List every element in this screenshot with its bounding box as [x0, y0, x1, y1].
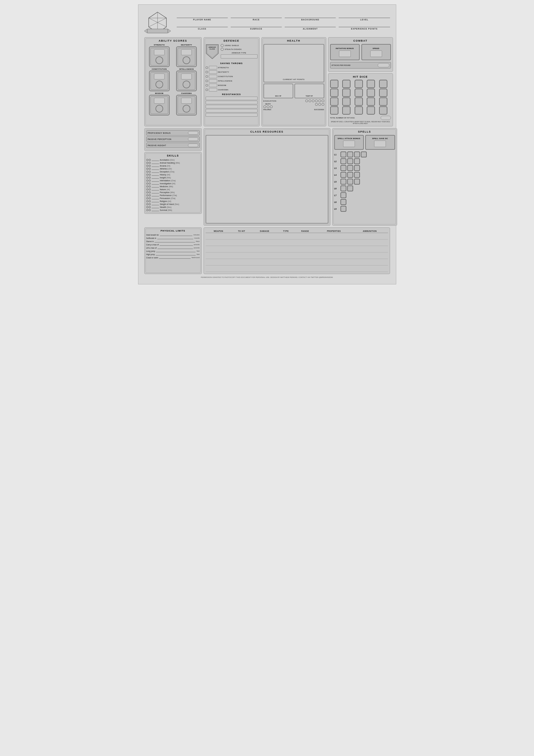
- skill-dot-prof-3[interactable]: [149, 168, 151, 170]
- skill-dot-exp-17[interactable]: [146, 209, 148, 211]
- skill-line-1[interactable]: [152, 162, 159, 164]
- hd-total-input[interactable]: [381, 116, 391, 120]
- temp-hp-box[interactable]: TEMP HP: [294, 84, 324, 98]
- pl-line-2[interactable]: [155, 240, 195, 242]
- weapon-cell-2-4[interactable]: [294, 246, 316, 253]
- resistance-5[interactable]: [206, 113, 258, 117]
- save-prof-1[interactable]: [206, 71, 208, 73]
- weapon-cell-5-0[interactable]: [206, 265, 232, 272]
- weapon-cell-0-6[interactable]: [352, 233, 388, 239]
- weapon-cell-1-6[interactable]: [352, 239, 388, 246]
- skill-line-10[interactable]: [152, 188, 159, 190]
- save-prof-3[interactable]: [206, 80, 208, 82]
- intelligence-mod[interactable]: [183, 81, 190, 88]
- bonus-oval-0[interactable]: [188, 131, 198, 135]
- save-box-0[interactable]: [209, 66, 217, 69]
- skill-line-17[interactable]: [152, 209, 159, 211]
- skill-line-6[interactable]: [152, 176, 159, 179]
- spell-slot-L4-0[interactable]: [341, 172, 346, 178]
- skill-line-14[interactable]: [152, 200, 159, 202]
- spell-save-input[interactable]: [374, 141, 386, 147]
- hit-die-0[interactable]: [330, 80, 338, 88]
- hit-die-16[interactable]: [342, 106, 350, 115]
- weapon-cell-3-4[interactable]: [294, 253, 316, 259]
- bonus-oval-1[interactable]: [188, 137, 198, 141]
- dexterity-mod[interactable]: [183, 56, 190, 64]
- experience-field[interactable]: EXPERIENCE POINTS: [339, 22, 390, 30]
- weapon-cell-0-1[interactable]: [231, 233, 252, 239]
- success-dot-2[interactable]: [318, 103, 321, 106]
- weapon-cell-4-3[interactable]: [277, 259, 294, 265]
- weapon-cell-5-5[interactable]: [316, 265, 352, 272]
- intelligence-score[interactable]: [181, 73, 192, 79]
- skill-dot-prof-15[interactable]: [149, 203, 151, 205]
- skill-line-0[interactable]: [152, 159, 159, 161]
- skill-dot-prof-14[interactable]: [149, 200, 151, 202]
- weapon-cell-1-1[interactable]: [231, 239, 252, 246]
- armour-type-input[interactable]: [221, 54, 258, 59]
- save-prof-2[interactable]: [206, 75, 208, 78]
- skill-dot-prof-5[interactable]: [149, 174, 151, 176]
- hit-die-12[interactable]: [355, 97, 363, 106]
- skill-line-15[interactable]: [152, 203, 159, 205]
- save-prof-5[interactable]: [206, 89, 208, 91]
- weapon-cell-0-3[interactable]: [277, 233, 294, 239]
- skill-dot-prof-17[interactable]: [149, 209, 151, 211]
- weapon-cell-5-3[interactable]: [277, 265, 294, 272]
- subrace-field[interactable]: SUBRACE: [231, 22, 282, 30]
- speed-input[interactable]: [370, 50, 382, 57]
- spell-slot-L1-2[interactable]: [354, 151, 360, 157]
- skill-dot-prof-0[interactable]: [149, 159, 151, 161]
- weapon-cell-0-4[interactable]: [294, 233, 316, 239]
- constitution-score[interactable]: [154, 73, 165, 79]
- weapon-cell-2-2[interactable]: [252, 246, 277, 253]
- initiative-input[interactable]: [339, 50, 351, 57]
- spell-slot-L4-2[interactable]: [354, 172, 360, 178]
- weapon-cell-4-5[interactable]: [316, 259, 352, 265]
- weapon-cell-3-2[interactable]: [252, 253, 277, 259]
- hit-die-4[interactable]: [379, 80, 387, 88]
- skill-dot-prof-2[interactable]: [149, 165, 151, 167]
- save-box-5[interactable]: [209, 88, 217, 92]
- skill-dot-exp-3[interactable]: [146, 168, 148, 170]
- weapon-cell-1-5[interactable]: [316, 239, 352, 246]
- success-dot-1[interactable]: [315, 103, 318, 106]
- charisma-mod[interactable]: [183, 105, 190, 113]
- skill-line-2[interactable]: [152, 165, 159, 167]
- skill-dot-prof-13[interactable]: [149, 197, 151, 199]
- constitution-mod[interactable]: [156, 81, 163, 88]
- charisma-score[interactable]: [181, 98, 192, 104]
- weapon-cell-2-1[interactable]: [231, 246, 252, 253]
- skill-line-16[interactable]: [152, 206, 159, 208]
- save-box-4[interactable]: [209, 84, 217, 87]
- spell-slot-L4-1[interactable]: [347, 172, 353, 178]
- spell-slot-L1-0[interactable]: [341, 151, 346, 157]
- weapon-cell-0-0[interactable]: [206, 233, 232, 239]
- player-name-field[interactable]: PLAYER NAME: [177, 13, 228, 21]
- hit-die-13[interactable]: [367, 97, 375, 106]
- weapon-cell-3-1[interactable]: [231, 253, 252, 259]
- skill-dot-exp-4[interactable]: [146, 171, 148, 173]
- skill-dot-prof-10[interactable]: [149, 188, 151, 190]
- hit-die-3[interactable]: [367, 80, 375, 88]
- skill-dot-exp-15[interactable]: [146, 203, 148, 205]
- resistance-4[interactable]: [206, 109, 258, 113]
- weapon-cell-2-6[interactable]: [352, 246, 388, 253]
- weapon-cell-2-3[interactable]: [277, 246, 294, 253]
- hit-die-1[interactable]: [342, 80, 350, 88]
- exhaustion-dot-2[interactable]: [309, 99, 311, 102]
- dexterity-score[interactable]: [181, 49, 192, 55]
- weapon-cell-3-5[interactable]: [316, 253, 352, 259]
- weapon-cell-1-2[interactable]: [252, 239, 277, 246]
- alignment-field[interactable]: ALIGNMENT: [285, 22, 336, 30]
- skill-line-13[interactable]: [152, 197, 159, 199]
- hit-die-15[interactable]: [330, 106, 338, 115]
- save-prof-0[interactable]: [206, 67, 208, 69]
- hit-die-17[interactable]: [355, 106, 363, 115]
- skill-dot-exp-12[interactable]: [146, 194, 148, 196]
- resistance-3[interactable]: [206, 105, 258, 108]
- hit-die-14[interactable]: [379, 97, 387, 106]
- skill-dot-prof-8[interactable]: [149, 182, 151, 185]
- weapon-cell-5-1[interactable]: [231, 265, 252, 272]
- spell-slot-L9-0[interactable]: [341, 206, 346, 212]
